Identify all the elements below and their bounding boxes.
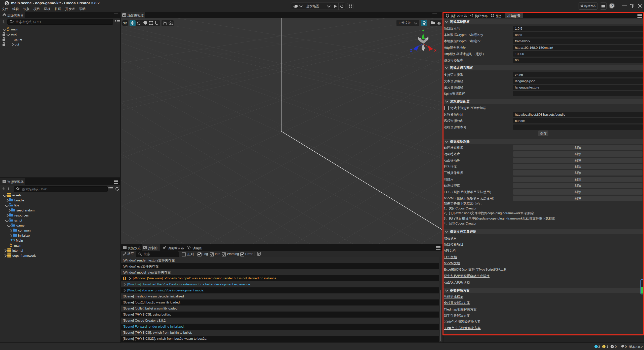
svg-text:X: X — [434, 49, 436, 52]
svg-text:Y: Y — [422, 29, 424, 33]
svg-text:Z: Z — [410, 49, 412, 52]
svg-text:i: i — [596, 345, 596, 348]
